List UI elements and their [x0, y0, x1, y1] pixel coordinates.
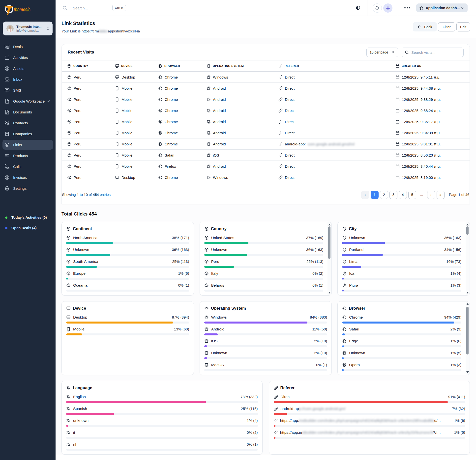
svg-text:themesic: themesic	[14, 6, 30, 13]
